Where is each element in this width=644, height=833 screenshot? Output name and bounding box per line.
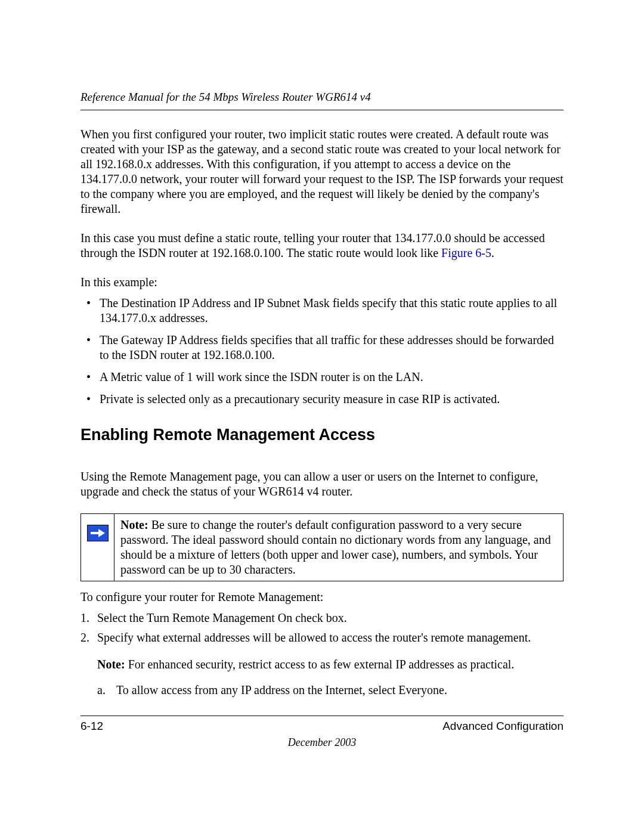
footer-date: December 2003 — [80, 736, 564, 749]
step2-subnote: Note: For enhanced security, restrict ac… — [97, 657, 564, 672]
footer-section: Advanced Configuration — [442, 720, 564, 733]
page-number: 6-12 — [80, 720, 103, 733]
document-page: Reference Manual for the 54 Mbps Wireles… — [0, 0, 644, 749]
list-item: A Metric value of 1 will work since the … — [80, 370, 564, 385]
list-item: Specify what external addresses will be … — [80, 630, 564, 698]
note-callout: Note: Be sure to change the router's def… — [80, 513, 564, 581]
body-paragraph-2: In this case you must define a static ro… — [80, 231, 564, 261]
list-item: To allow access from any IP address on t… — [97, 683, 564, 698]
list-item: Select the Turn Remote Management On che… — [80, 611, 564, 625]
section-heading: Enabling Remote Management Access — [80, 426, 564, 444]
list-item: Private is selected only as a precaution… — [80, 392, 564, 407]
note-icon-cell — [81, 514, 114, 581]
body-paragraph-1: When you first configured your router, t… — [80, 127, 564, 216]
subnote-text: For enhanced security, restrict access t… — [125, 658, 515, 671]
arrow-right-icon — [87, 525, 109, 541]
body-paragraph-3: In this example: — [80, 275, 564, 290]
section-intro: Using the Remote Management page, you ca… — [80, 469, 564, 499]
step2-text: Specify what external addresses will be … — [97, 631, 531, 644]
list-item: The Gateway IP Address fields specifies … — [80, 333, 564, 363]
para2-post: . — [491, 246, 494, 259]
config-steps-list: Select the Turn Remote Management On che… — [80, 611, 564, 698]
figure-ref-link[interactable]: Figure 6-5 — [441, 246, 491, 259]
running-header: Reference Manual for the 54 Mbps Wireles… — [80, 91, 564, 110]
list-item: The Destination IP Address and IP Subnet… — [80, 296, 564, 326]
note-body: Be sure to change the router's default c… — [120, 518, 551, 576]
note-label: Note: — [120, 518, 148, 531]
example-bullet-list: The Destination IP Address and IP Subnet… — [80, 296, 564, 407]
config-intro: To configure your router for Remote Mana… — [80, 590, 564, 605]
config-substeps-list: To allow access from any IP address on t… — [97, 683, 564, 698]
note-text: Note: Be sure to change the router's def… — [114, 514, 563, 581]
subnote-label: Note: — [97, 658, 125, 671]
footer: 6-12 Advanced Configuration — [80, 716, 564, 733]
